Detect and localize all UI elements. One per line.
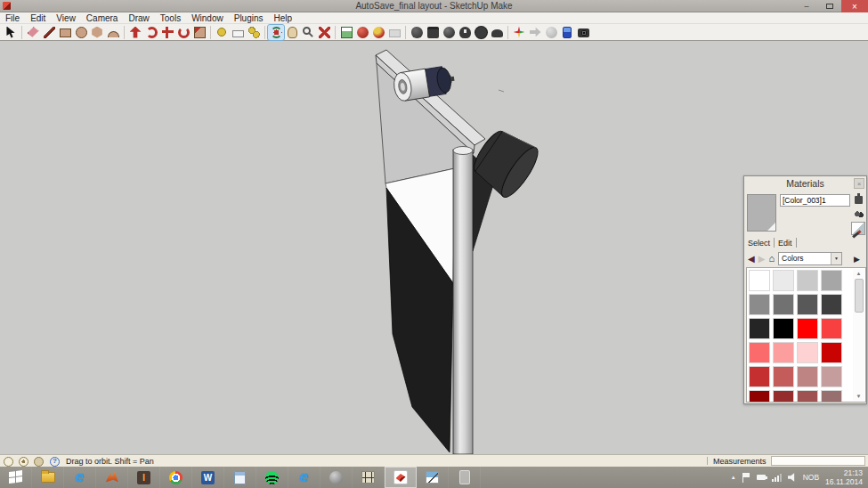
move-icon[interactable] xyxy=(159,25,175,40)
menu-plugins[interactable]: Plugins xyxy=(229,13,269,23)
rock-icon[interactable] xyxy=(409,25,425,40)
eraser-icon[interactable] xyxy=(25,25,41,40)
color-swatch[interactable] xyxy=(773,366,794,387)
follow-me-icon[interactable] xyxy=(143,25,159,40)
taskbar-start-button[interactable] xyxy=(0,467,32,488)
color-swatch[interactable] xyxy=(797,294,818,315)
menu-edit[interactable]: Edit xyxy=(25,13,51,23)
taskbar-ltspice-button[interactable] xyxy=(353,467,385,488)
color-swatch[interactable] xyxy=(773,318,794,339)
clock[interactable]: 21:13 16.11.2014 xyxy=(825,468,863,486)
bulb-icon[interactable] xyxy=(457,25,473,40)
line-icon[interactable] xyxy=(41,25,57,40)
color-swatch[interactable] xyxy=(797,366,818,387)
menu-view[interactable]: View xyxy=(51,13,81,23)
materials-window-icon[interactable] xyxy=(338,25,354,40)
color-swatch[interactable] xyxy=(773,294,794,315)
printer-icon[interactable] xyxy=(386,25,402,40)
orbit-icon[interactable] xyxy=(268,25,284,40)
taskbar-internet-explorer-2-button[interactable]: e xyxy=(288,467,320,488)
taskbar-calculator-button[interactable] xyxy=(224,467,256,488)
dropdown-arrow-icon[interactable]: ▼ xyxy=(831,253,841,264)
network-signal-icon[interactable] xyxy=(772,474,782,482)
details-arrow-icon[interactable]: ▶ xyxy=(851,253,863,264)
measurements-input[interactable] xyxy=(771,456,865,466)
color-swatch[interactable] xyxy=(749,318,770,339)
color-list-scrollbar[interactable]: ▲ ▼ xyxy=(853,269,864,401)
render-options-icon[interactable] xyxy=(370,25,386,40)
materials-close-button[interactable]: × xyxy=(854,178,864,189)
circle-icon[interactable] xyxy=(73,25,89,40)
speaker-icon[interactable] xyxy=(788,473,797,482)
blue-card-icon[interactable] xyxy=(559,25,575,40)
dimensions-icon[interactable] xyxy=(230,25,246,40)
color-swatch[interactable] xyxy=(773,390,794,403)
color-swatch[interactable] xyxy=(749,270,770,291)
scroll-up-icon[interactable]: ▲ xyxy=(853,269,864,278)
tab-select[interactable]: Select xyxy=(748,239,770,248)
taskbar-explorer-button[interactable] xyxy=(32,467,64,488)
push-pull-icon[interactable] xyxy=(127,25,143,40)
power-icon[interactable] xyxy=(757,475,766,480)
close-button[interactable]: × xyxy=(841,0,868,12)
sphere-disabled-icon[interactable] xyxy=(543,25,559,40)
keys-icon[interactable] xyxy=(246,25,262,40)
collection-dropdown[interactable]: Colors ▼ xyxy=(778,252,842,265)
geolocation-icon[interactable] xyxy=(4,457,13,467)
credit-icon[interactable] xyxy=(19,457,28,467)
shell-icon[interactable] xyxy=(489,25,505,40)
help-icon[interactable]: ? xyxy=(50,457,60,467)
menu-help[interactable]: Help xyxy=(269,13,298,23)
rotate-icon[interactable] xyxy=(175,25,191,40)
tray-show-hidden-icon[interactable]: ▲ xyxy=(731,475,736,480)
create-material-button[interactable] xyxy=(853,194,864,206)
color-swatch[interactable] xyxy=(821,294,842,315)
maximize-button[interactable] xyxy=(818,0,841,12)
material-preview-swatch[interactable] xyxy=(747,194,776,232)
taskbar-word-button[interactable]: W xyxy=(192,467,224,488)
taskbar-internet-explorer-button[interactable]: e xyxy=(64,467,96,488)
sphere-icon[interactable] xyxy=(441,25,457,40)
color-swatch[interactable] xyxy=(797,318,818,339)
color-swatch[interactable] xyxy=(773,270,794,291)
taskbar-matlab-button[interactable] xyxy=(96,467,128,488)
color-swatch[interactable] xyxy=(749,342,770,363)
sample-paint-eyedropper-icon[interactable] xyxy=(852,235,863,246)
viewport-canvas[interactable] xyxy=(0,41,868,454)
color-swatch[interactable] xyxy=(749,294,770,315)
color-swatch[interactable] xyxy=(797,390,818,403)
tape-measure-icon[interactable] xyxy=(214,25,230,40)
pan-icon[interactable] xyxy=(284,25,300,40)
taskbar-image-editor-button[interactable] xyxy=(417,467,449,488)
taskbar-spotify-button[interactable] xyxy=(256,467,288,488)
signin-icon[interactable] xyxy=(34,457,44,467)
render-ball-icon[interactable] xyxy=(354,25,370,40)
chest-icon[interactable] xyxy=(425,25,441,40)
scroll-down-icon[interactable]: ▼ xyxy=(853,392,864,401)
color-swatch[interactable] xyxy=(797,270,818,291)
menu-window[interactable]: Window xyxy=(186,13,229,23)
color-star-icon[interactable] xyxy=(511,25,527,40)
taskbar-sketchup-button[interactable] xyxy=(385,467,417,488)
color-swatch[interactable] xyxy=(797,342,818,363)
export-arrow-icon[interactable] xyxy=(527,25,543,40)
color-swatch[interactable] xyxy=(821,390,842,403)
color-swatch[interactable] xyxy=(749,390,770,403)
select-icon[interactable] xyxy=(3,25,19,40)
polygon-icon[interactable] xyxy=(89,25,105,40)
home-icon[interactable]: ⌂ xyxy=(768,253,775,264)
tab-edit[interactable]: Edit xyxy=(778,239,792,248)
material-name-input[interactable] xyxy=(780,194,850,207)
color-swatch[interactable] xyxy=(821,366,842,387)
scale-icon[interactable] xyxy=(191,25,207,40)
action-center-flag-icon[interactable] xyxy=(742,473,750,483)
taskbar-inventor-button[interactable]: I xyxy=(128,467,160,488)
menu-draw[interactable]: Draw xyxy=(123,13,154,23)
language-indicator[interactable]: NOB xyxy=(803,473,819,482)
arc-icon[interactable] xyxy=(105,25,121,40)
rectangle-icon[interactable] xyxy=(57,25,73,40)
menu-tools[interactable]: Tools xyxy=(155,13,186,23)
back-arrow-icon[interactable]: ◀ xyxy=(748,254,755,264)
gear-icon[interactable] xyxy=(473,25,489,40)
zoom-extents-icon[interactable] xyxy=(316,25,332,40)
